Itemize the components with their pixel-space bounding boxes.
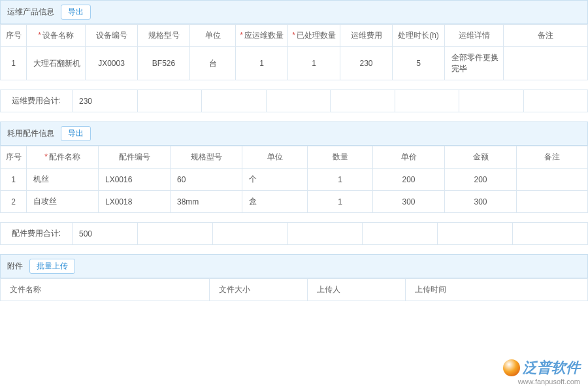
col-header: 文件名称 (1, 279, 210, 301)
summary2-value: 500 (73, 223, 138, 245)
cell: 200 (373, 169, 445, 191)
col-header: 运维详情 (445, 25, 504, 47)
required-mark: * (292, 31, 295, 40)
cell (517, 191, 588, 213)
col-header: *配件名称 (27, 146, 99, 169)
section3-header: 附件 批量上传 (0, 254, 588, 278)
col-header: 序号 (1, 146, 27, 169)
col-header: 序号 (1, 25, 27, 47)
cell: BF526 (138, 47, 190, 80)
export-button-1[interactable]: 导出 (61, 5, 91, 20)
required-mark: * (44, 152, 48, 161)
col-header: 处理时长(h) (393, 25, 445, 47)
cell (517, 169, 588, 191)
col-header: 上传人 (308, 279, 406, 301)
cell: 60 (171, 169, 242, 191)
summary1-value: 230 (73, 90, 138, 112)
col-header: 数量 (308, 146, 373, 169)
attachments-table: 文件名称文件大小上传人上传时间 (0, 278, 588, 301)
cell: 自攻丝 (27, 191, 99, 213)
cell: 盒 (242, 191, 308, 213)
cell: 1 (288, 47, 340, 80)
export-button-2[interactable]: 导出 (61, 126, 91, 141)
col-header: *已处理数量 (288, 25, 340, 47)
parts-table: 序号*配件名称配件编号规格型号单位数量单价金额备注 1机丝LX001660个12… (0, 146, 588, 213)
col-header: 备注 (504, 25, 588, 47)
col-header: 规格型号 (138, 25, 190, 47)
col-header: 文件大小 (210, 279, 308, 301)
cell: 230 (340, 47, 393, 80)
section2-header: 耗用配件信息 导出 (0, 122, 588, 146)
col-header: *设备名称 (27, 25, 86, 47)
cell (504, 47, 588, 80)
table-row: 2自攻丝LX001838mm盒1300300 (1, 191, 588, 213)
cell: 台 (190, 47, 236, 80)
section2-summary: 配件费用合计: 500 (0, 222, 588, 245)
cell: 个 (242, 169, 308, 191)
cell: LX0018 (99, 191, 171, 213)
table-row: 1机丝LX001660个1200200 (1, 169, 588, 191)
table-row: 1大理石翻新机JX0003BF526台112305全部零件更换完毕 (1, 47, 588, 80)
batch-upload-button[interactable]: 批量上传 (29, 259, 75, 274)
cell: 5 (393, 47, 445, 80)
col-header: 单价 (373, 146, 445, 169)
cell: 1 (1, 169, 27, 191)
section3-title: 附件 (7, 261, 23, 272)
cell: JX0003 (86, 47, 138, 80)
cell: 1 (308, 191, 373, 213)
col-header: 设备编号 (86, 25, 138, 47)
col-header: 单位 (190, 25, 236, 47)
section1-header: 运维产品信息 导出 (0, 0, 588, 24)
cell: 1 (236, 47, 288, 80)
required-mark: * (240, 31, 243, 40)
col-header: 配件编号 (99, 146, 171, 169)
cell: 1 (1, 47, 27, 80)
cell: 机丝 (27, 169, 99, 191)
cell: 2 (1, 191, 27, 213)
section2-title: 耗用配件信息 (7, 128, 54, 139)
section1-summary: 运维费用合计: 230 (0, 90, 588, 112)
cell: 全部零件更换完毕 (445, 47, 504, 80)
cell: LX0016 (99, 169, 171, 191)
col-header: 规格型号 (171, 146, 242, 169)
section1-title: 运维产品信息 (7, 7, 54, 18)
cell: 38mm (171, 191, 242, 213)
summary2-label: 配件费用合计: (1, 223, 73, 245)
cell: 1 (308, 169, 373, 191)
cell: 300 (445, 191, 517, 213)
products-table: 序号*设备名称设备编号规格型号单位*应运维数量*已处理数量运维费用处理时长(h)… (0, 24, 588, 80)
cell: 200 (445, 169, 517, 191)
cell: 大理石翻新机 (27, 47, 86, 80)
cell: 300 (373, 191, 445, 213)
col-header: 单位 (242, 146, 308, 169)
required-mark: * (38, 31, 41, 40)
col-header: 备注 (517, 146, 588, 169)
summary1-label: 运维费用合计: (1, 90, 73, 112)
col-header: 运维费用 (340, 25, 393, 47)
col-header: 金额 (445, 146, 517, 169)
col-header: 上传时间 (406, 279, 588, 301)
col-header: *应运维数量 (236, 25, 288, 47)
